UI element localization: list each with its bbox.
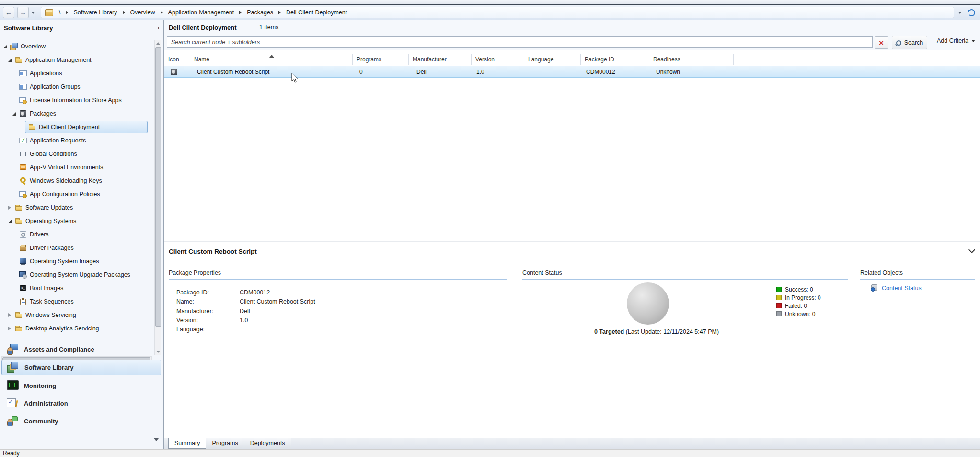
workspace-monitoring[interactable]: Monitoring	[1, 378, 161, 393]
selected-tree-item[interactable]: Dell Client Deployment	[25, 121, 148, 133]
detail-tab-strip: Summary Programs Deployments	[164, 438, 980, 449]
sidebar-item-dell-client-deployment[interactable]: Dell Client Deployment	[0, 120, 153, 134]
expander-icon[interactable]	[12, 112, 19, 116]
grid-column-headers: Icon Name Programs Manufacturer Version …	[164, 54, 980, 65]
property-version: Version: 1.0	[176, 316, 507, 325]
sidebar-item-overview[interactable]: Overview	[0, 40, 153, 53]
expander-icon[interactable]	[8, 327, 15, 330]
content-status-link[interactable]: Content Status	[882, 285, 922, 292]
workspace-options-chevron-icon[interactable]	[154, 438, 159, 441]
refresh-button[interactable]	[967, 8, 976, 17]
scrollbar-thumb[interactable]	[155, 47, 161, 327]
applications-icon	[19, 70, 27, 77]
sidebar-item-boot-images[interactable]: Boot Images	[0, 281, 153, 295]
breadcrumb-separator-icon	[123, 11, 125, 14]
breadcrumb-item-dell-client-deployment[interactable]: Dell Client Deployment	[286, 9, 347, 16]
sidebar-item-application-management[interactable]: Application Management	[0, 53, 153, 67]
workspace-switcher: Assets and Compliance Software Library M…	[1, 342, 161, 432]
chevron-down-icon	[971, 40, 975, 42]
folder-icon	[15, 56, 23, 64]
sidebar-item-license-information[interactable]: License Information for Store Apps	[0, 94, 153, 107]
search-button[interactable]: Search	[892, 36, 927, 49]
forward-button[interactable]: →	[17, 7, 29, 18]
property-name: Name: Client Custom Reboot Script	[176, 297, 507, 306]
breadcrumb-root[interactable]: \	[59, 9, 60, 16]
workspace-community[interactable]: Community	[1, 414, 161, 428]
sidebar-item-drivers[interactable]: Drivers	[0, 228, 153, 241]
sidebar-item-operating-system-upgrade-packages[interactable]: Operating System Upgrade Packages	[0, 268, 153, 281]
section-title: Package Properties	[169, 270, 507, 280]
boot-images-icon	[19, 284, 27, 292]
collapse-detail-chevron-icon[interactable]	[968, 246, 975, 253]
expander-icon[interactable]	[3, 45, 10, 48]
node-title: Dell Client Deployment	[169, 24, 237, 31]
configmgr-console-window: ← → \ Software Library Overview Applicat…	[0, 0, 980, 457]
drivers-icon	[19, 231, 27, 238]
column-header-icon[interactable]: Icon	[164, 54, 190, 65]
address-dropdown-icon[interactable]	[958, 12, 962, 14]
column-header-readiness[interactable]: Readiness	[649, 54, 734, 65]
breadcrumb-address-bar[interactable]: \ Software Library Overview Application …	[41, 7, 954, 18]
scroll-up-icon[interactable]	[156, 42, 160, 45]
breadcrumb-item-packages[interactable]: Packages	[247, 9, 273, 16]
section-title: Content Status	[522, 270, 848, 280]
legend-failed: Failed: 0	[776, 302, 821, 310]
package-properties-section: Package Properties Package ID: CDM00012 …	[169, 270, 507, 334]
sidebar-item-task-sequences[interactable]: Task Sequences	[0, 295, 153, 308]
breadcrumb-separator-icon	[66, 11, 68, 14]
history-dropdown-icon[interactable]	[31, 12, 35, 14]
column-header-programs[interactable]: Programs	[353, 54, 409, 65]
expander-icon[interactable]	[8, 59, 15, 62]
add-criteria-button[interactable]: Add Criteria	[937, 37, 975, 44]
search-input[interactable]	[167, 36, 873, 48]
unknown-swatch-icon	[776, 311, 782, 316]
list-header: Dell Client Deployment 1 items	[164, 20, 980, 35]
table-row-selected[interactable]: Client Custom Reboot Script 0 Dell 1.0 C…	[164, 66, 980, 78]
breadcrumb-item-software-library[interactable]: Software Library	[73, 9, 117, 16]
content-status-pie-chart	[627, 282, 669, 325]
results-pane: Dell Client Deployment 1 items × Search …	[164, 20, 980, 449]
expander-icon[interactable]	[8, 313, 15, 317]
sidebar-item-global-conditions[interactable]: Global Conditions	[0, 147, 153, 161]
column-header-version[interactable]: Version	[472, 54, 524, 65]
cell-version: 1.0	[472, 66, 524, 77]
expander-icon[interactable]	[8, 206, 15, 210]
breadcrumb-item-application-management[interactable]: Application Management	[168, 9, 234, 16]
sidebar-item-applications[interactable]: Applications	[0, 67, 153, 80]
sidebar-item-app-configuration-policies[interactable]: App Configuration Policies	[0, 187, 153, 201]
column-header-manufacturer[interactable]: Manufacturer	[409, 54, 472, 65]
tab-deployments[interactable]: Deployments	[244, 438, 291, 448]
column-header-language[interactable]: Language	[524, 54, 581, 65]
collapse-pane-icon[interactable]: ‹	[158, 24, 160, 31]
tree-vertical-scrollbar[interactable]	[154, 40, 161, 355]
property-language: Language:	[176, 325, 507, 334]
expander-icon[interactable]	[8, 220, 15, 223]
sidebar-item-application-requests[interactable]: Application Requests	[0, 134, 153, 147]
sidebar-item-driver-packages[interactable]: Driver Packages	[0, 241, 153, 255]
workspace-assets-and-compliance[interactable]: Assets and Compliance	[1, 342, 161, 356]
success-swatch-icon	[776, 287, 782, 292]
application-groups-icon	[19, 83, 27, 91]
detail-title: Client Custom Reboot Script	[169, 248, 257, 255]
sidebar-item-packages[interactable]: Packages	[0, 107, 153, 120]
sidebar-item-application-groups[interactable]: Application Groups	[0, 80, 153, 94]
tab-summary[interactable]: Summary	[168, 438, 206, 449]
sidebar-item-desktop-analytics-servicing[interactable]: Desktop Analytics Servicing	[0, 322, 153, 335]
sidebar-item-operating-systems[interactable]: Operating Systems	[0, 214, 153, 228]
workspace-administration[interactable]: Administration	[1, 396, 161, 410]
breadcrumb-item-overview[interactable]: Overview	[130, 9, 155, 16]
tab-programs[interactable]: Programs	[206, 438, 244, 448]
task-sequences-icon	[19, 298, 27, 305]
sidebar-item-appv-virtual-environments[interactable]: App-V Virtual Environments	[0, 161, 153, 174]
column-header-package-id[interactable]: Package ID	[581, 54, 649, 65]
sidebar-item-windows-sideloading-keys[interactable]: Windows Sideloading Keys	[0, 174, 153, 187]
sidebar-item-windows-servicing[interactable]: Windows Servicing	[0, 308, 153, 322]
cell-readiness: Unknown	[649, 66, 734, 77]
targeted-summary: 0 Targeted (Last Update: 12/11/2024 5:47…	[522, 328, 791, 335]
sidebar-item-operating-system-images[interactable]: Operating System Images	[0, 255, 153, 268]
workspace-software-library[interactable]: Software Library	[1, 360, 161, 375]
sidebar-item-software-updates[interactable]: Software Updates	[0, 201, 153, 214]
back-button[interactable]: ←	[3, 7, 14, 18]
clear-search-button[interactable]: ×	[875, 36, 888, 49]
column-header-name[interactable]: Name	[190, 54, 353, 65]
